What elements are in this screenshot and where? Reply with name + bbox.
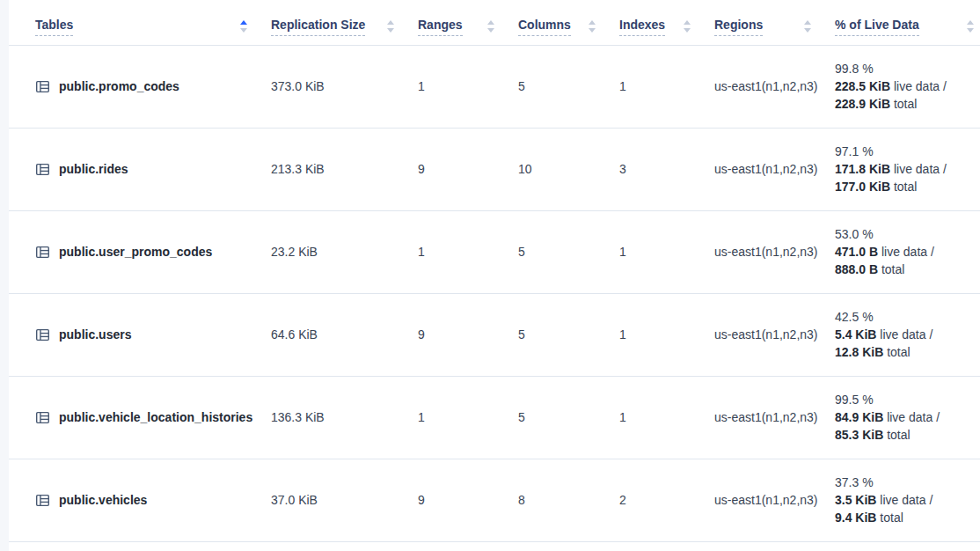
live-size: 84.9 KiB: [835, 410, 883, 424]
table-name-link[interactable]: public.vehicles: [59, 493, 147, 507]
total-suffix: total: [887, 345, 910, 359]
regions-cell: us-east1(n1,n2,n3): [714, 128, 835, 210]
table-name-link[interactable]: public.promo_codes: [59, 79, 179, 93]
database-tables-page: Tables Replication Size Ranges: [0, 0, 980, 551]
ranges-cell: 9: [418, 459, 518, 541]
total-size: 177.0 KiB: [835, 180, 890, 194]
indexes-cell: 1: [619, 376, 714, 459]
ranges-cell: 9: [418, 293, 518, 376]
sort-icon[interactable]: [683, 19, 691, 33]
ranges-cell: 1: [418, 376, 518, 459]
table-icon: [35, 162, 50, 177]
columns-cell: 10: [518, 128, 619, 210]
page-background-strip: [0, 0, 9, 551]
column-header-label[interactable]: % of Live Data: [835, 18, 919, 36]
live-size: 5.4 KiB: [835, 327, 876, 342]
columns-cell: 5: [518, 210, 619, 293]
live-data-cell: 53.0 % 471.0 B live data / 888.0 B total: [835, 210, 980, 293]
live-data-cell: 97.1 % 171.8 KiB live data / 177.0 KiB t…: [835, 128, 980, 210]
table-name-link[interactable]: public.user_promo_codes: [59, 245, 212, 259]
table-row[interactable]: public.vehicle_location_histories 136.3 …: [9, 376, 980, 459]
table-icon: [35, 245, 50, 260]
table-name-link[interactable]: public.users: [59, 327, 131, 342]
indexes-cell: 1: [619, 45, 714, 128]
tables-list: Tables Replication Size Ranges: [9, 0, 980, 542]
total-suffix: total: [880, 511, 903, 525]
live-suffix: live data /: [894, 79, 947, 93]
total-suffix: total: [894, 180, 917, 194]
replication-size-cell: 37.0 KiB: [271, 459, 418, 541]
column-header-ranges[interactable]: Ranges: [418, 0, 518, 45]
table-row[interactable]: public.rides 213.3 KiB 9 10 3 us-east1(n…: [9, 128, 980, 210]
column-header-label[interactable]: Indexes: [619, 18, 665, 36]
live-data-cell: 42.5 % 5.4 KiB live data / 12.8 KiB tota…: [835, 293, 980, 376]
table-icon: [35, 327, 50, 342]
replication-size-cell: 136.3 KiB: [271, 376, 418, 459]
sort-icon[interactable]: [239, 19, 248, 33]
live-data-cell: 37.3 % 3.5 KiB live data / 9.4 KiB total: [835, 459, 980, 541]
sort-icon[interactable]: [966, 19, 975, 33]
regions-cell: us-east1(n1,n2,n3): [714, 210, 835, 293]
column-header-replication-size[interactable]: Replication Size: [271, 0, 418, 45]
columns-cell: 5: [518, 293, 619, 376]
table-name-link[interactable]: public.vehicle_location_histories: [59, 410, 252, 424]
total-size: 12.8 KiB: [835, 345, 883, 359]
replication-size-cell: 213.3 KiB: [271, 128, 418, 210]
replication-size-cell: 64.6 KiB: [271, 293, 418, 376]
column-header-label[interactable]: Columns: [518, 18, 571, 36]
ranges-cell: 1: [418, 45, 518, 128]
total-suffix: total: [881, 262, 904, 276]
live-percent: 42.5 %: [835, 308, 971, 326]
live-size: 171.8 KiB: [835, 162, 890, 176]
live-size: 471.0 B: [835, 245, 878, 259]
table-row[interactable]: public.users 64.6 KiB 9 5 1 us-east1(n1,…: [9, 293, 980, 376]
indexes-cell: 2: [619, 459, 714, 541]
column-header-label[interactable]: Tables: [35, 18, 73, 36]
live-suffix: live data /: [887, 410, 940, 424]
table-name-link[interactable]: public.rides: [59, 162, 128, 176]
sort-icon[interactable]: [803, 19, 812, 33]
tables-list-container: Tables Replication Size Ranges: [9, 0, 980, 542]
ranges-cell: 1: [418, 210, 518, 293]
regions-cell: us-east1(n1,n2,n3): [714, 376, 835, 459]
table-icon: [35, 79, 50, 94]
total-size: 85.3 KiB: [835, 428, 883, 442]
regions-cell: us-east1(n1,n2,n3): [714, 459, 835, 541]
column-header-tables[interactable]: Tables: [9, 0, 271, 45]
total-size: 888.0 B: [835, 262, 878, 276]
columns-cell: 5: [518, 45, 619, 128]
column-header-label[interactable]: Regions: [714, 18, 763, 36]
sort-icon[interactable]: [588, 19, 596, 33]
live-size: 228.5 KiB: [835, 79, 890, 93]
ranges-cell: 9: [418, 128, 518, 210]
live-percent: 99.8 %: [835, 60, 971, 77]
indexes-cell: 3: [619, 128, 714, 210]
column-header-live-data[interactable]: % of Live Data: [835, 0, 980, 45]
regions-cell: us-east1(n1,n2,n3): [714, 293, 835, 376]
table-row[interactable]: public.promo_codes 373.0 KiB 1 5 1 us-ea…: [9, 45, 980, 128]
indexes-cell: 1: [619, 293, 714, 376]
total-suffix: total: [894, 97, 917, 111]
table-icon: [35, 493, 50, 508]
column-header-label[interactable]: Ranges: [418, 18, 463, 36]
total-suffix: total: [887, 428, 910, 442]
replication-size-cell: 373.0 KiB: [271, 45, 418, 128]
column-header-regions[interactable]: Regions: [714, 0, 835, 45]
live-suffix: live data /: [880, 493, 932, 507]
live-percent: 53.0 %: [835, 225, 971, 243]
columns-cell: 8: [518, 459, 619, 541]
table-row[interactable]: public.vehicles 37.0 KiB 9 8 2 us-east1(…: [9, 459, 980, 541]
table-icon: [35, 410, 50, 425]
table-row[interactable]: public.user_promo_codes 23.2 KiB 1 5 1 u…: [9, 210, 980, 293]
total-size: 9.4 KiB: [835, 511, 876, 525]
sort-icon[interactable]: [386, 19, 395, 33]
column-header-columns[interactable]: Columns: [518, 0, 619, 45]
sort-icon[interactable]: [486, 19, 495, 33]
column-header-indexes[interactable]: Indexes: [619, 0, 714, 45]
replication-size-cell: 23.2 KiB: [271, 210, 418, 293]
live-data-cell: 99.5 % 84.9 KiB live data / 85.3 KiB tot…: [835, 376, 980, 459]
columns-cell: 5: [518, 376, 619, 459]
live-percent: 37.3 %: [835, 474, 971, 491]
live-data-cell: 99.8 % 228.5 KiB live data / 228.9 KiB t…: [835, 45, 980, 128]
column-header-label[interactable]: Replication Size: [271, 18, 365, 36]
